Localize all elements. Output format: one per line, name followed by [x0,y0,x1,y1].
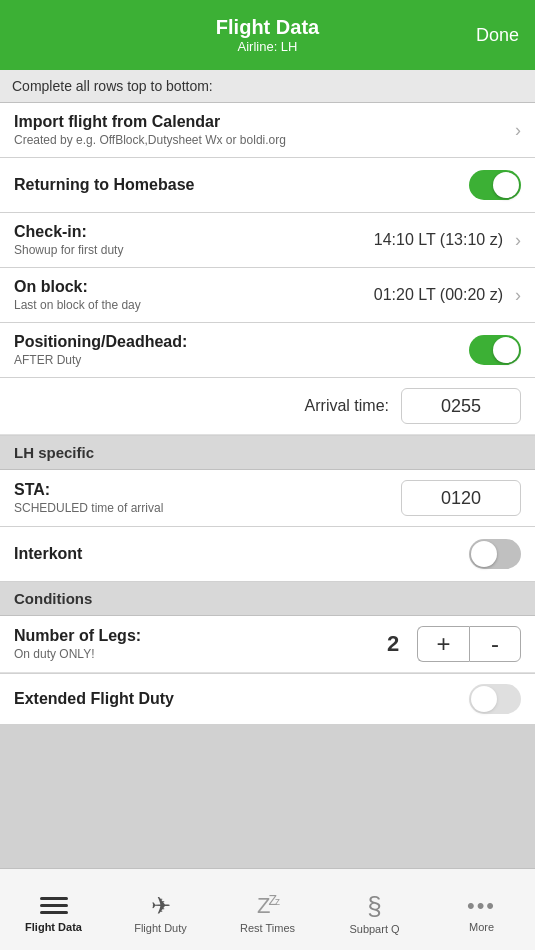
returning-toggle[interactable] [469,170,521,200]
sta-title: STA: [14,481,401,499]
onblock-row[interactable]: On block: Last on block of the day 01:20… [0,268,535,322]
sta-input[interactable] [401,480,521,516]
returning-title: Returning to Homebase [14,176,469,194]
tab-flight-data[interactable]: Flight Data [0,869,107,950]
hamburger-icon [40,895,68,917]
positioning-toggle-knob [493,337,519,363]
tab-more-label: More [469,921,494,933]
interkont-toggle-knob [471,541,497,567]
ellipsis-icon: ••• [467,895,496,917]
legs-count: 2 [381,631,405,657]
interkont-label-block: Interkont [14,545,469,563]
arrival-label: Arrival time: [305,397,389,415]
zzz-icon: ZZz [257,893,278,917]
interkont-row: Interkont [0,527,535,581]
import-chevron-icon: › [515,120,521,141]
extended-row[interactable]: Extended Flight Duty [0,674,535,724]
arrival-input[interactable] [401,388,521,424]
legs-title: Number of Legs: [14,627,381,645]
done-button[interactable]: Done [476,25,519,46]
onblock-subtitle: Last on block of the day [14,298,374,312]
tab-rest-times[interactable]: ZZz Rest Times [214,869,321,950]
tab-rest-times-label: Rest Times [240,922,295,934]
extended-title: Extended Flight Duty [14,690,469,708]
onblock-value: 01:20 LT (00:20 z) [374,286,503,304]
header-subtitle: Airline: LH [216,39,319,54]
tab-flight-duty[interactable]: ✈ Flight Duty [107,869,214,950]
tab-more[interactable]: ••• More [428,869,535,950]
checkin-value: 14:10 LT (13:10 z) [374,231,503,249]
arrival-row: Arrival time: [0,378,535,435]
content-area: Complete all rows top to bottom: Import … [0,70,535,938]
checkin-label-block: Check-in: Showup for first duty [14,223,374,257]
legs-plus-button[interactable]: + [417,626,469,662]
import-row[interactable]: Import flight from Calendar Created by e… [0,103,535,157]
checkin-row[interactable]: Check-in: Showup for first duty 14:10 LT… [0,213,535,267]
section-icon: § [367,893,381,919]
plane-icon: ✈ [151,894,171,918]
positioning-section: Positioning/Deadhead: AFTER Duty [0,323,535,377]
sta-label-block: STA: SCHEDULED time of arrival [14,481,401,515]
checkin-title: Check-in: [14,223,374,241]
interkont-toggle[interactable] [469,539,521,569]
instruction-bar: Complete all rows top to bottom: [0,70,535,103]
positioning-toggle[interactable] [469,335,521,365]
returning-row: Returning to Homebase [0,158,535,212]
arrival-section: Arrival time: [0,378,535,435]
header-center: Flight Data Airline: LH [216,16,319,54]
positioning-label-block: Positioning/Deadhead: AFTER Duty [14,333,469,367]
interkont-title: Interkont [14,545,469,563]
tab-bar: Flight Data ✈ Flight Duty ZZz Rest Times… [0,868,535,950]
extended-toggle-knob [471,686,497,712]
sta-section: STA: SCHEDULED time of arrival [0,470,535,526]
sta-subtitle: SCHEDULED time of arrival [14,501,401,515]
positioning-subtitle: AFTER Duty [14,353,469,367]
legs-row: Number of Legs: On duty ONLY! 2 + - [0,616,535,673]
import-subtitle: Created by e.g. OffBlock,Dutysheet Wx or… [14,133,511,147]
positioning-title: Positioning/Deadhead: [14,333,469,351]
header-title: Flight Data [216,16,319,39]
checkin-subtitle: Showup for first duty [14,243,374,257]
legs-subtitle: On duty ONLY! [14,647,381,661]
onblock-label-block: On block: Last on block of the day [14,278,374,312]
legs-label-block: Number of Legs: On duty ONLY! [14,627,381,661]
import-label-block: Import flight from Calendar Created by e… [14,113,511,147]
tab-subpart-q[interactable]: § Subpart Q [321,869,428,950]
extended-toggle[interactable] [469,684,521,714]
returning-section: Returning to Homebase [0,158,535,212]
conditions-section-header: Conditions [0,582,535,616]
app-header: Flight Data Airline: LH Done [0,0,535,70]
returning-label-block: Returning to Homebase [14,176,469,194]
onblock-title: On block: [14,278,374,296]
toggle-knob [493,172,519,198]
checkin-chevron-icon: › [515,230,521,251]
onblock-section: On block: Last on block of the day 01:20… [0,268,535,322]
tab-subpart-q-label: Subpart Q [349,923,399,935]
legs-section: Number of Legs: On duty ONLY! 2 + - [0,616,535,673]
tab-flight-duty-label: Flight Duty [134,922,187,934]
lh-section-header: LH specific [0,436,535,470]
sta-row: STA: SCHEDULED time of arrival [0,470,535,526]
import-title: Import flight from Calendar [14,113,511,131]
checkin-section: Check-in: Showup for first duty 14:10 LT… [0,213,535,267]
extended-section: Extended Flight Duty [0,674,535,724]
interkont-section: Interkont [0,527,535,581]
positioning-row: Positioning/Deadhead: AFTER Duty [0,323,535,377]
import-section: Import flight from Calendar Created by e… [0,103,535,157]
onblock-chevron-icon: › [515,285,521,306]
tab-flight-data-label: Flight Data [25,921,82,933]
legs-minus-button[interactable]: - [469,626,521,662]
